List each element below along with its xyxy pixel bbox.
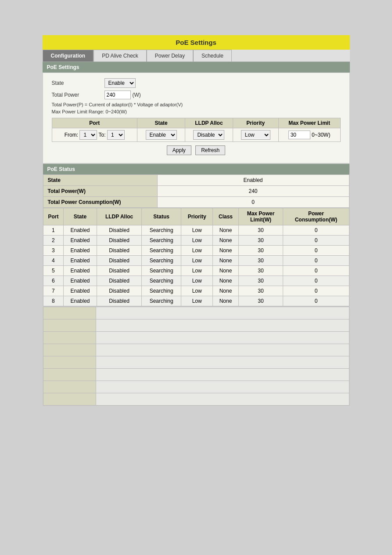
port-priority: Low <box>181 296 212 306</box>
port-to-select[interactable]: 1234 5678 <box>107 130 125 140</box>
tab-schedule[interactable]: Schedule <box>193 50 232 62</box>
extra-cell-left <box>43 307 96 319</box>
table-row: 7 Enabled Disabled Searching Low None 30… <box>43 286 349 296</box>
port-state: Enabled <box>64 276 97 286</box>
port-consumption: 0 <box>283 225 349 236</box>
settings-section-header: PoE Settings <box>43 62 350 73</box>
table-row: 1 Enabled Disabled Searching Low None 30… <box>43 225 349 236</box>
extra-table <box>43 307 349 406</box>
port-lldp: Disabled <box>97 236 142 246</box>
list-item <box>43 393 349 406</box>
col-max-power: Max Power Limit <box>278 118 340 128</box>
extra-cell-right <box>96 369 349 381</box>
summary-row: StateEnabled <box>43 175 349 186</box>
port-class: None <box>213 276 238 286</box>
summary-table: StateEnabledTotal Power(W)240Total Power… <box>43 174 349 208</box>
port-status: Searching <box>142 256 181 266</box>
extra-cell-right <box>96 356 349 369</box>
port-from-select[interactable]: 1234 5678 <box>79 130 97 140</box>
max-power-range: 0~30W) <box>312 132 330 138</box>
summary-label: Total Power Consumption(W) <box>43 197 157 208</box>
status-col-consumption: PowerConsumption(W) <box>283 208 349 225</box>
port-priority: Low <box>181 276 212 286</box>
port-lldp: Disabled <box>97 276 142 286</box>
to-label: To: <box>99 132 106 138</box>
port-consumption: 0 <box>283 236 349 246</box>
port-status: Searching <box>142 246 181 256</box>
apply-button[interactable]: Apply <box>167 145 191 155</box>
extra-cell-left <box>43 356 96 369</box>
list-item <box>43 381 349 393</box>
port-priority: Low <box>181 286 212 296</box>
port-max-power: 30 <box>238 276 283 286</box>
port-max-power: 30 <box>238 286 283 296</box>
extra-cell-right <box>96 307 349 319</box>
priority-cell: Low High Critical <box>233 128 278 142</box>
port-state: Enabled <box>64 266 97 276</box>
extra-cell-left <box>43 332 96 344</box>
port-status: Searching <box>142 225 181 236</box>
extra-cell-right <box>96 319 349 332</box>
refresh-button[interactable]: Refresh <box>195 145 225 155</box>
state-label: State <box>52 80 104 86</box>
table-row: 4 Enabled Disabled Searching Low None 30… <box>43 256 349 266</box>
port-status: Searching <box>142 276 181 286</box>
lldp-alloc-select[interactable]: Disable Enable <box>193 130 224 140</box>
port-status: Searching <box>142 236 181 246</box>
port-lldp: Disabled <box>97 246 142 256</box>
port-state: Enabled <box>64 236 97 246</box>
extra-rows-section <box>43 307 350 406</box>
port-num: 3 <box>43 246 64 256</box>
port-lldp: Disabled <box>97 225 142 236</box>
table-row: 5 Enabled Disabled Searching Low None 30… <box>43 266 349 276</box>
port-num: 6 <box>43 276 64 286</box>
total-power-row: Total Power (W) <box>52 91 341 99</box>
port-config-table: Port State LLDP Alloc Priority Max Power… <box>52 118 341 142</box>
note1: Total Power(P) = Current of adaptor(I) *… <box>52 102 341 107</box>
port-max-power: 30 <box>238 256 283 266</box>
state-cell: Enable Disable <box>137 128 185 142</box>
list-item <box>43 332 349 344</box>
port-state: Enabled <box>64 296 97 306</box>
lldp-alloc-cell: Disable Enable <box>185 128 233 142</box>
col-priority: Priority <box>233 118 278 128</box>
port-max-power: 30 <box>238 266 283 276</box>
status-section: PoE Status StateEnabledTotal Power(W)240… <box>43 163 350 307</box>
port-class: None <box>213 266 238 276</box>
port-class: None <box>213 286 238 296</box>
table-row: 3 Enabled Disabled Searching Low None 30… <box>43 246 349 256</box>
total-power-input[interactable] <box>104 91 131 99</box>
port-status: Searching <box>142 296 181 306</box>
page-wrapper: PoE Settings Configuration PD Alive Chec… <box>43 35 350 406</box>
col-lldp-alloc: LLDP Alloc <box>185 118 233 128</box>
port-max-power: 30 <box>238 296 283 306</box>
max-power-input[interactable] <box>288 131 310 139</box>
status-col-status: Status <box>142 208 181 225</box>
port-state: Enabled <box>64 246 97 256</box>
port-max-power: 30 <box>238 225 283 236</box>
max-power-cell: 0~30W) <box>278 128 340 142</box>
port-consumption: 0 <box>283 256 349 266</box>
port-class: None <box>213 225 238 236</box>
port-num: 4 <box>43 256 64 266</box>
port-state-select[interactable]: Enable Disable <box>146 130 177 140</box>
status-col-class: Class <box>213 208 238 225</box>
tab-pd-alive-check[interactable]: PD Alive Check <box>94 50 147 62</box>
tab-power-delay[interactable]: Power Delay <box>147 50 193 62</box>
summary-value: 240 <box>157 186 349 197</box>
port-class: None <box>213 246 238 256</box>
port-lldp: Disabled <box>97 296 142 306</box>
status-col-state: State <box>64 208 97 225</box>
col-port: Port <box>52 118 137 128</box>
port-consumption: 0 <box>283 276 349 286</box>
port-consumption: 0 <box>283 296 349 306</box>
status-col-priority: Priority <box>181 208 212 225</box>
from-label: From: <box>65 132 78 138</box>
state-select[interactable]: Enable Disable <box>104 78 136 88</box>
priority-select[interactable]: Low High Critical <box>241 130 270 140</box>
port-class: None <box>213 296 238 306</box>
port-status: Searching <box>142 266 181 276</box>
tab-configuration[interactable]: Configuration <box>43 50 94 62</box>
apply-row: Apply Refresh <box>52 142 341 159</box>
col-state: State <box>137 118 185 128</box>
